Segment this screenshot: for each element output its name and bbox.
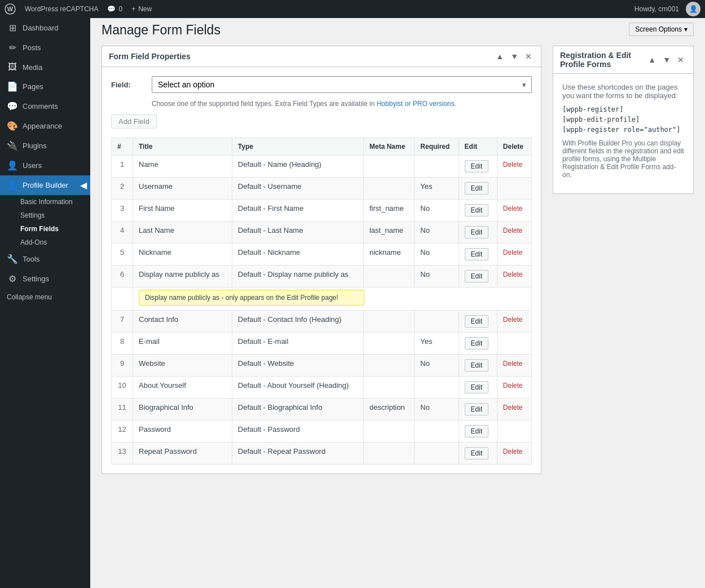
cell-edit: Edit xyxy=(459,311,497,333)
edit-button[interactable]: Edit xyxy=(465,270,489,282)
main-content: Manage Form Fields Screen Options ▾ Form… xyxy=(90,18,705,588)
delete-button[interactable]: Delete xyxy=(503,360,523,368)
cell-meta: first_name xyxy=(363,200,414,222)
edit-button[interactable]: Edit xyxy=(465,403,489,415)
delete-button[interactable]: Delete xyxy=(503,249,523,257)
metabox-collapse-up[interactable]: ▲ xyxy=(493,51,506,62)
edit-button[interactable]: Edit xyxy=(465,425,489,437)
side-metabox-title: Registration & Edit Profile Forms xyxy=(560,51,646,69)
sidebar-item-pages[interactable]: 📄 Pages xyxy=(0,77,90,96)
sidebar-item-posts[interactable]: ✏ Posts xyxy=(0,38,90,58)
col-header-delete: Delete xyxy=(497,138,531,156)
cell-delete xyxy=(497,178,531,200)
sidebar-item-dashboard[interactable]: ⊞ Dashboard xyxy=(0,18,90,38)
edit-button[interactable]: Edit xyxy=(465,226,489,238)
delete-button[interactable]: Delete xyxy=(503,404,523,412)
cell-title: Biographical Info xyxy=(133,399,232,421)
delete-button[interactable]: Delete xyxy=(503,271,523,278)
edit-button[interactable]: Edit xyxy=(465,447,489,459)
cell-delete: Delete xyxy=(497,443,531,465)
table-row: 2 Username Default - Username Yes Edit xyxy=(112,178,532,200)
add-field-button[interactable]: Add Field xyxy=(111,114,157,129)
table-row: 3 First Name Default - First Name first_… xyxy=(112,200,532,222)
edit-button[interactable]: Edit xyxy=(465,337,489,350)
side-metabox-down[interactable]: ▼ xyxy=(660,54,673,65)
cell-num: 12 xyxy=(112,421,133,443)
sidebar-item-media[interactable]: 🖼 Media xyxy=(0,58,90,77)
pro-link[interactable]: Hobbyist or PRO versions xyxy=(377,100,455,108)
sidebar-item-plugins[interactable]: 🔌 Plugins xyxy=(0,136,90,156)
cell-type: Default - Last Name xyxy=(232,222,363,244)
col-header-edit: Edit xyxy=(459,138,497,156)
comments-item[interactable]: 💬 0 xyxy=(107,5,122,13)
users-icon: 👤 xyxy=(7,160,18,171)
delete-button[interactable]: Delete xyxy=(503,448,523,456)
edit-button[interactable]: Edit xyxy=(465,204,489,216)
delete-button[interactable]: Delete xyxy=(503,316,523,324)
tools-icon: 🔧 xyxy=(7,254,18,264)
sidebar-item-settings[interactable]: ⚙ Settings xyxy=(0,269,90,289)
table-row: 4 Last Name Default - Last Name last_nam… xyxy=(112,222,532,244)
metabox-close[interactable]: ✕ xyxy=(523,51,534,62)
sidebar-item-users[interactable]: 👤 Users xyxy=(0,156,90,175)
cell-edit: Edit xyxy=(459,377,497,399)
side-metabox-close[interactable]: ✕ xyxy=(675,54,686,65)
cell-type: Default - Biographical Info xyxy=(232,399,363,421)
collapse-menu[interactable]: Collapse menu xyxy=(0,289,90,306)
table-row: 6 Display name publicly as Default - Dis… xyxy=(112,266,532,288)
table-row: 5 Nickname Default - Nickname nickname N… xyxy=(112,244,532,266)
edit-button[interactable]: Edit xyxy=(465,160,489,173)
cell-delete: Delete xyxy=(497,222,531,244)
cell-delete: Delete xyxy=(497,200,531,222)
sidebar-label-profile-builder: Profile Builder xyxy=(23,181,68,189)
cell-title: Nickname xyxy=(133,244,232,266)
cell-type: Default - Nickname xyxy=(232,244,363,266)
sidebar-subitem-settings[interactable]: Settings xyxy=(0,209,90,222)
sidebar-item-appearance[interactable]: 🎨 Appearance xyxy=(0,116,90,136)
delete-button[interactable]: Delete xyxy=(503,161,523,169)
cell-meta xyxy=(363,311,414,333)
cell-required xyxy=(415,421,459,443)
cell-title: Last Name xyxy=(133,222,232,244)
cell-meta xyxy=(363,156,414,178)
delete-button[interactable]: Delete xyxy=(503,227,523,235)
sidebar-item-profile-builder[interactable]: 👤 Profile Builder ◀ xyxy=(0,175,90,195)
new-item[interactable]: + New xyxy=(131,5,152,13)
cell-num: 2 xyxy=(112,178,133,200)
sidebar-item-comments[interactable]: 💬 Comments xyxy=(0,96,90,116)
main-panel: Form Field Properties ▲ ▼ ✕ Field: Selec… xyxy=(102,46,541,483)
shortcode-edit-profile: [wppb-edit-profile] xyxy=(562,116,684,123)
edit-button[interactable]: Edit xyxy=(465,381,489,394)
delete-button[interactable]: Delete xyxy=(503,382,523,390)
table-row: 9 Website Default - Website No Edit Dele… xyxy=(112,355,532,377)
metabox-collapse-down[interactable]: ▼ xyxy=(508,51,521,62)
sidebar-label-comments: Comments xyxy=(23,102,58,110)
sidebar-subitem-form-fields[interactable]: Form Fields xyxy=(0,222,90,236)
avatar: 👤 xyxy=(686,2,700,16)
sidebar-item-tools[interactable]: 🔧 Tools xyxy=(0,249,90,269)
sidebar-subitem-addons[interactable]: Add-Ons xyxy=(0,236,90,249)
cell-required xyxy=(415,156,459,178)
side-metabox-body: Use these shortcodes on the pages you wa… xyxy=(553,74,693,193)
cell-edit: Edit xyxy=(459,443,497,465)
cell-delete xyxy=(497,333,531,355)
profile-builder-icon: 👤 xyxy=(7,180,18,191)
delete-button[interactable]: Delete xyxy=(503,205,523,213)
col-header-meta: Meta Name xyxy=(363,138,414,156)
field-type-select[interactable]: Select an option xyxy=(152,76,532,93)
edit-button[interactable]: Edit xyxy=(465,315,489,328)
edit-button[interactable]: Edit xyxy=(465,182,489,194)
cell-num: 4 xyxy=(112,222,133,244)
cell-meta xyxy=(363,377,414,399)
edit-button[interactable]: Edit xyxy=(465,248,489,260)
sidebar-subitem-basic-info[interactable]: Basic Information xyxy=(0,195,90,209)
side-metabox-up[interactable]: ▲ xyxy=(646,54,658,65)
cell-delete: Delete xyxy=(497,266,531,288)
cell-delete xyxy=(497,421,531,443)
screen-options-button[interactable]: Screen Options ▾ xyxy=(629,23,694,36)
metabox-body: Field: Select an option ▾ Choose one of … xyxy=(102,67,541,474)
edit-button[interactable]: Edit xyxy=(465,359,489,372)
posts-icon: ✏ xyxy=(7,42,18,53)
site-name[interactable]: WordPress reCAPTCHA xyxy=(25,5,98,13)
wp-logo-item[interactable]: W xyxy=(5,3,16,15)
